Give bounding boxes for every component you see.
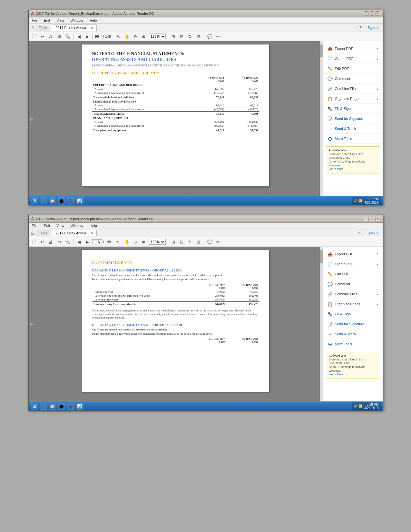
minimize-button-2[interactable]: – <box>364 217 368 221</box>
close-button[interactable]: ✕ <box>376 11 380 16</box>
restore-button-2[interactable]: □ <box>370 217 374 221</box>
panel-export-pdf-1[interactable]: 📤 Export PDF ∧ <box>323 44 383 54</box>
start-btn-2[interactable]: ⊞ <box>31 403 38 410</box>
email-btn[interactable]: ✉ <box>56 33 63 40</box>
new-doc-btn-2[interactable]: 📄 <box>31 238 38 245</box>
close-button-2[interactable]: ✕ <box>376 217 380 221</box>
zoom-out-btn-2[interactable]: ⊖ <box>132 238 139 245</box>
scrollbar-thumb-2[interactable] <box>320 250 323 263</box>
help-icon[interactable]: ? <box>357 25 363 31</box>
print-btn[interactable]: 🖨 <box>47 33 54 40</box>
panel-create-pdf-2[interactable]: 📄 Create PDF ∨ <box>323 259 383 269</box>
menu2-edit[interactable]: Edit <box>43 223 51 228</box>
new-doc-btn[interactable]: 📄 <box>31 33 38 40</box>
back-btn-2[interactable]: ↩ <box>39 238 46 245</box>
zoom-select-1[interactable]: 123% <box>149 34 166 39</box>
scrollbar-thumb-1[interactable] <box>320 44 323 57</box>
tools-button[interactable]: Tools <box>36 25 49 31</box>
panel-send-signature-1[interactable]: 📝 Send for Signature <box>323 114 383 124</box>
menu-edit[interactable]: Edit <box>43 18 51 23</box>
fit-width-btn-2[interactable]: ⊟ <box>178 238 185 245</box>
restore-button[interactable]: □ <box>370 11 374 16</box>
explorer-btn-1[interactable]: 📁 <box>49 197 56 204</box>
zoom-in-btn-2[interactable]: ⊕ <box>140 238 147 245</box>
tools-button-2[interactable]: Tools <box>36 230 49 236</box>
back-btn[interactable]: ↩ <box>39 33 46 40</box>
draw-btn-2[interactable]: ✏ <box>215 238 222 245</box>
col-btn-2[interactable]: ⊠ <box>195 238 202 245</box>
fit-width-btn[interactable]: ⊟ <box>178 33 185 40</box>
zoom-select-2[interactable]: 122% <box>149 239 166 245</box>
chrome-btn-2[interactable]: ⬤ <box>58 403 65 410</box>
menu-file[interactable]: File <box>31 18 39 23</box>
rotate-btn[interactable]: ↻ <box>187 33 194 40</box>
sign-in-button-2[interactable]: Sign In <box>366 231 380 236</box>
nav-arrow-left[interactable]: ▶ <box>30 116 34 122</box>
menu2-window[interactable]: Window <box>69 223 84 228</box>
home-button[interactable]: ⌂ <box>31 24 34 31</box>
page-input-1[interactable] <box>92 34 102 39</box>
select-btn[interactable]: ↖ <box>115 33 122 40</box>
prev-page-btn-2[interactable]: ◀ <box>75 238 83 245</box>
rotate-btn-2[interactable]: ↻ <box>187 238 194 245</box>
menu-view[interactable]: View <box>55 18 65 23</box>
panel-organize-1[interactable]: 📋 Organize Pages ∨ <box>323 94 383 104</box>
learn-more-link-1[interactable]: Learn More <box>329 167 344 171</box>
panel-combine-2[interactable]: 🔗 Combine Files ∨ <box>323 289 383 299</box>
comment-btn[interactable]: 💬 <box>206 33 213 40</box>
email-btn-2[interactable]: ✉ <box>56 238 63 245</box>
fit-page-btn-2[interactable]: ⊞ <box>170 238 177 245</box>
menu2-file[interactable]: File <box>31 223 39 228</box>
search-btn-2[interactable]: 🔍 <box>64 238 71 245</box>
panel-more-tools-1[interactable]: ⊕ More Tools <box>323 134 383 144</box>
panel-edit-pdf-1[interactable]: ✏️ Edit PDF <box>323 64 383 74</box>
panel-send-track-1[interactable]: → Send & Track <box>323 124 383 134</box>
panel-export-pdf-2[interactable]: 📤 Export PDF ∧ <box>323 249 383 259</box>
panel-fill-sign-2[interactable]: ✒️ Fill & Sign <box>323 309 383 319</box>
hand-btn-2[interactable]: ✋ <box>123 238 131 245</box>
menu-window[interactable]: Window <box>69 18 84 23</box>
help-icon-2[interactable]: ? <box>357 230 363 236</box>
panel-edit-pdf-2[interactable]: ✏️ Edit PDF <box>323 269 383 279</box>
explorer-btn-2[interactable]: 📁 <box>49 403 56 410</box>
menu2-help[interactable]: Help <box>88 223 98 228</box>
panel-send-track-2[interactable]: → Send & Track <box>323 329 383 339</box>
start-btn-1[interactable]: ⊞ <box>31 197 38 204</box>
next-page-btn[interactable]: ▶ <box>84 33 91 40</box>
panel-organize-2[interactable]: 📋 Organize Pages ∨ <box>323 299 383 309</box>
comment-btn-2[interactable]: 💬 <box>206 238 213 245</box>
panel-more-tools-2[interactable]: ⊕ More Tools <box>323 339 383 349</box>
page-input-2[interactable] <box>92 239 102 244</box>
panel-send-signature-2[interactable]: 📝 Send for Signature <box>323 319 383 329</box>
acrobat-btn-2[interactable]: A <box>67 403 74 410</box>
print-btn-2[interactable]: 🖨 <box>47 238 54 245</box>
select-btn-2[interactable]: ↖ <box>115 238 122 245</box>
minimize-button[interactable]: – <box>364 11 368 16</box>
hand-btn[interactable]: ✋ <box>123 33 131 40</box>
file-btn-2[interactable]: 📊 <box>76 403 83 410</box>
draw-btn[interactable]: ✏ <box>215 33 222 40</box>
panel-combine-1[interactable]: 🔗 Combine Files ∨ <box>323 84 383 94</box>
col-btn[interactable]: ⊠ <box>195 33 202 40</box>
zoom-in-btn[interactable]: ⊕ <box>140 33 147 40</box>
scrollbar-2[interactable] <box>320 247 323 401</box>
home-button-2[interactable]: ⌂ <box>31 230 34 236</box>
tab-document-2[interactable]: 2017 Fairfax Annua... ✕ <box>52 230 97 236</box>
ie-btn-2[interactable]: e <box>40 403 47 410</box>
fit-page-btn[interactable]: ⊞ <box>170 33 177 40</box>
file-btn-1[interactable]: 📊 <box>76 197 83 204</box>
panel-fill-sign-1[interactable]: ✒️ Fill & Sign <box>323 104 383 114</box>
tab-close-2[interactable]: ✕ <box>91 232 93 235</box>
scrollbar-1[interactable] <box>320 41 323 196</box>
panel-create-pdf-1[interactable]: 📄 Create PDF ∨ <box>323 54 383 64</box>
menu-help[interactable]: Help <box>88 18 98 23</box>
learn-more-link-2[interactable]: Learn More <box>329 373 344 376</box>
chrome-btn-1[interactable]: ⬤ <box>58 197 65 204</box>
tab-close-1[interactable]: ✕ <box>91 26 93 30</box>
next-page-btn-2[interactable]: ▶ <box>84 238 91 245</box>
panel-comment-2[interactable]: 💬 Comment <box>323 279 383 289</box>
ie-btn-1[interactable]: e <box>40 197 47 204</box>
prev-page-btn[interactable]: ◀ <box>75 33 83 40</box>
acrobat-btn-1[interactable]: A <box>67 197 74 204</box>
sign-in-button-1[interactable]: Sign In <box>366 25 380 30</box>
